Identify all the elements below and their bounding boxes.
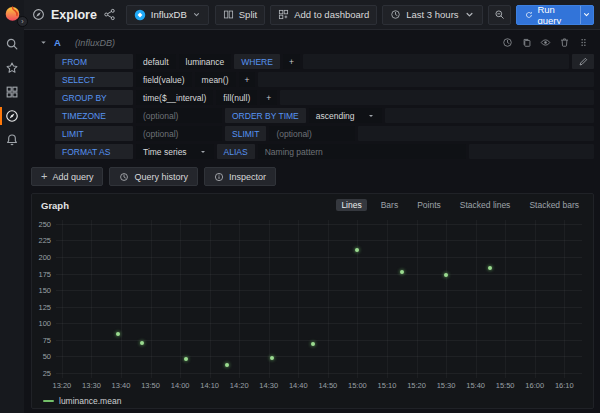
share-icon[interactable] xyxy=(103,8,116,21)
sidebar-item-dashboards[interactable] xyxy=(0,80,24,104)
query-select[interactable]: Time series xyxy=(136,144,214,159)
drag-handle-icon[interactable] xyxy=(578,37,589,48)
y-axis-tick-label: 25 xyxy=(43,368,51,377)
data-point[interactable] xyxy=(140,341,144,345)
query-text-input[interactable] xyxy=(136,129,222,139)
datasource-picker[interactable]: InfluxDB xyxy=(126,5,209,25)
query-text-input[interactable] xyxy=(258,147,466,157)
sidebar-item-search[interactable] xyxy=(0,32,24,56)
zoom-out-button[interactable] xyxy=(488,5,511,25)
remove-query-trash-icon[interactable] xyxy=(559,37,570,48)
add-query-label: Add query xyxy=(52,172,93,182)
query-keyword[interactable]: GROUP BY xyxy=(55,90,133,105)
row-filler xyxy=(280,90,594,105)
disable-query-eye-icon[interactable] xyxy=(540,37,551,48)
query-part[interactable]: field(value) xyxy=(136,72,192,87)
copy-query-icon[interactable] xyxy=(521,37,532,48)
x-axis-tick-label: 14:50 xyxy=(318,381,337,390)
query-text-input[interactable] xyxy=(136,111,222,121)
run-query-dropdown[interactable] xyxy=(580,6,593,24)
row-filler xyxy=(385,108,594,123)
query-part[interactable]: mean() xyxy=(195,72,236,87)
y-gridline xyxy=(56,224,582,225)
data-point[interactable] xyxy=(184,357,188,361)
add-segment-button[interactable]: + xyxy=(260,90,277,105)
x-axis-tick-label: 13:50 xyxy=(141,381,160,390)
add-segment-button[interactable]: + xyxy=(283,54,300,69)
legend-series-label[interactable]: luminance.mean xyxy=(59,396,121,406)
data-point[interactable] xyxy=(444,273,448,277)
info-icon xyxy=(214,172,224,182)
query-keyword[interactable]: ORDER BY TIME xyxy=(225,108,306,123)
graph-mode-lines[interactable]: Lines xyxy=(336,199,366,211)
query-select[interactable]: ascending xyxy=(309,108,382,123)
query-keyword[interactable]: WHERE xyxy=(234,54,280,69)
query-part[interactable]: fill(null) xyxy=(216,90,257,105)
grafana-app: › Explore xyxy=(0,0,600,413)
data-point[interactable] xyxy=(400,270,404,274)
data-point[interactable] xyxy=(311,342,315,346)
y-gridline xyxy=(56,274,582,275)
sidebar-item-explore[interactable] xyxy=(0,104,24,128)
add-segment-button[interactable]: + xyxy=(239,72,256,87)
query-keyword[interactable]: SELECT xyxy=(55,72,133,87)
query-part[interactable]: luminance xyxy=(179,54,232,69)
inspector-button[interactable]: Inspector xyxy=(204,167,276,186)
run-query-main[interactable]: Run query xyxy=(517,6,580,24)
data-point[interactable] xyxy=(355,248,359,252)
query-keyword[interactable]: FROM xyxy=(55,54,133,69)
query-ref-id[interactable]: A xyxy=(54,37,61,48)
y-gridline xyxy=(56,290,582,291)
time-range-picker[interactable]: Last 3 hours xyxy=(382,5,482,25)
collapse-query-icon[interactable] xyxy=(39,38,48,47)
graph-mode-stacked-bars[interactable]: Stacked bars xyxy=(524,199,584,211)
graph-mode-tabs: LinesBarsPointsStacked linesStacked bars xyxy=(336,199,584,211)
query-keyword[interactable]: LIMIT xyxy=(55,126,133,141)
query-row: FORMAT ASTime seriesALIAS xyxy=(55,144,594,159)
sidebar-item-alerting[interactable] xyxy=(0,128,24,152)
query-keyword[interactable]: FORMAT AS xyxy=(55,144,133,159)
query-part[interactable]: default xyxy=(136,54,176,69)
y-gridline xyxy=(56,340,582,341)
add-query-button[interactable]: + Add query xyxy=(31,167,103,186)
x-axis-tick-label: 13:20 xyxy=(53,381,72,390)
query-history-button[interactable]: Query history xyxy=(109,167,198,186)
query-keyword[interactable]: ALIAS xyxy=(217,144,255,159)
legend-series-swatch[interactable] xyxy=(43,400,54,402)
query-keyword[interactable]: SLIMIT xyxy=(225,126,266,141)
refresh-icon xyxy=(525,10,533,20)
query-keyword[interactable]: TIMEZONE xyxy=(55,108,133,123)
graph-mode-stacked-lines[interactable]: Stacked lines xyxy=(455,199,516,211)
run-query-button[interactable]: Run query xyxy=(516,5,594,25)
explore-content: A (InfluxDB) FROMdefaultluminanceWHERE+S… xyxy=(24,30,600,413)
y-axis-tick-label: 150 xyxy=(38,286,51,295)
x-axis-tick-label: 14:30 xyxy=(259,381,278,390)
page-title: Explore xyxy=(51,8,97,22)
edit-raw-query-button[interactable] xyxy=(572,54,594,69)
row-filler xyxy=(303,54,569,69)
x-axis-tick-label: 14:00 xyxy=(171,381,190,390)
query-history-icon[interactable] xyxy=(502,37,513,48)
query-part[interactable]: time($__interval) xyxy=(136,90,213,105)
y-gridline xyxy=(56,307,582,308)
data-point[interactable] xyxy=(488,266,492,270)
plot-area[interactable]: 25507510012515017520022525013:2013:3013:… xyxy=(56,220,582,378)
data-point[interactable] xyxy=(116,332,120,336)
data-point[interactable] xyxy=(225,363,229,367)
x-axis-tick-label: 14:20 xyxy=(230,381,249,390)
x-axis-tick-label: 16:10 xyxy=(555,381,574,390)
clock-icon xyxy=(390,9,401,20)
x-gridline xyxy=(298,220,299,378)
sidebar-expand-button[interactable]: › xyxy=(17,16,28,27)
split-button[interactable]: Split xyxy=(215,5,265,25)
sidebar-item-starred[interactable] xyxy=(0,56,24,80)
x-axis-tick-label: 13:40 xyxy=(112,381,131,390)
main-area: Explore InfluxDB Split Add to dashboar xyxy=(24,0,600,413)
x-axis-tick-label: 16:00 xyxy=(525,381,544,390)
zoom-out-icon xyxy=(494,9,505,20)
query-text-input[interactable] xyxy=(269,129,355,139)
add-to-dashboard-button[interactable]: Add to dashboard xyxy=(270,5,377,25)
graph-mode-bars[interactable]: Bars xyxy=(376,199,403,211)
data-point[interactable] xyxy=(270,356,274,360)
graph-mode-points[interactable]: Points xyxy=(412,199,446,211)
